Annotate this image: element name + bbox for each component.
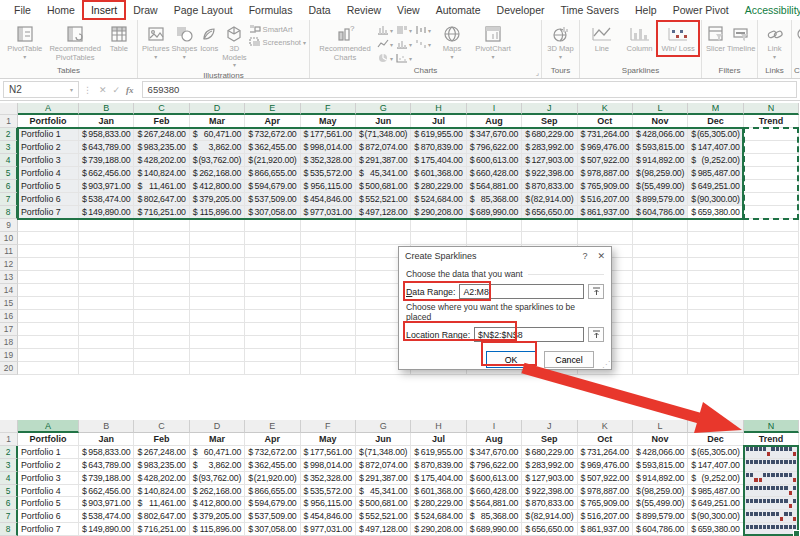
cell[interactable]: $412,800.00 — [190, 180, 245, 193]
cell[interactable]: $600,613.00 — [467, 472, 522, 485]
cell[interactable] — [134, 245, 189, 258]
timeline-button[interactable]: Timeline — [726, 22, 756, 55]
row-header-3[interactable]: 3 — [0, 459, 18, 472]
cell[interactable]: $601,368.00 — [411, 485, 466, 498]
cell[interactable]: $861,937.00 — [578, 523, 633, 536]
recommended-charts-button[interactable]: ? Recommended Charts — [313, 22, 377, 63]
cell[interactable]: $689,990.00 — [467, 206, 522, 219]
tab-home[interactable]: Home — [39, 1, 83, 19]
tab-view[interactable]: View — [389, 1, 428, 19]
pivotchart-button[interactable]: PivotChart▾ — [469, 22, 517, 62]
cell[interactable]: Portfolio 4 — [18, 485, 79, 498]
cell[interactable]: $796,622.00 — [467, 459, 522, 472]
column-header-B[interactable]: B — [79, 420, 134, 433]
recommended-pivottables-button[interactable]: Recommended PivotTables — [47, 22, 104, 63]
cell[interactable]: $362,455.00 — [245, 459, 300, 472]
cell[interactable] — [522, 219, 577, 232]
cell[interactable]: $922,398.00 — [522, 485, 577, 498]
cell[interactable]: $454,846.00 — [301, 193, 356, 206]
sparkline-line-button[interactable]: Line — [583, 22, 621, 55]
name-box[interactable]: N2 ▾ — [3, 81, 79, 98]
cell[interactable] — [356, 232, 411, 245]
screenshot-button[interactable]: Screenshot▾ — [249, 37, 306, 47]
cell[interactable]: $660,428.00 — [467, 485, 522, 498]
column-header-L[interactable]: L — [633, 420, 688, 433]
cell[interactable]: $619,955.00 — [411, 446, 466, 459]
cell[interactable]: $594,679.00 — [245, 180, 300, 193]
cell[interactable] — [79, 349, 134, 362]
cell[interactable]: $649,251.00 — [688, 497, 743, 510]
cell[interactable] — [744, 336, 799, 349]
column-header-M[interactable]: M — [688, 420, 743, 433]
pictures-button[interactable]: Pictures▾ — [141, 22, 170, 62]
cell[interactable]: $379,205.00 — [190, 510, 245, 523]
cell[interactable] — [688, 297, 743, 310]
cell[interactable]: $978,887.00 — [578, 485, 633, 498]
cell[interactable]: $428,066.00 — [633, 446, 688, 459]
cell[interactable] — [744, 245, 799, 258]
cell[interactable] — [134, 336, 189, 349]
cell[interactable]: $177,561.00 — [301, 128, 356, 141]
insert-waterfall-chart-button[interactable]: ▾ — [415, 39, 431, 49]
column-header-J[interactable]: J — [522, 103, 577, 115]
winloss-sparkline-cell[interactable] — [744, 446, 799, 459]
cell[interactable] — [301, 362, 356, 375]
cell[interactable] — [744, 349, 799, 362]
header-cell[interactable]: Jul — [411, 433, 466, 446]
cell[interactable]: $45,341.00 — [356, 167, 411, 180]
cell[interactable]: $956,115.00 — [301, 497, 356, 510]
header-cell[interactable]: Nov — [633, 115, 688, 128]
cell[interactable] — [18, 362, 79, 375]
cell[interactable] — [134, 297, 189, 310]
tab-time-savers[interactable]: Time Savers — [552, 1, 627, 19]
cell[interactable]: $552,521.00 — [356, 510, 411, 523]
insert-hierarchy-chart-button[interactable]: ▾ — [396, 25, 412, 35]
cell[interactable] — [744, 284, 799, 297]
cell[interactable]: $149,890.00 — [79, 523, 134, 536]
cell[interactable]: $594,679.00 — [245, 497, 300, 510]
cell[interactable] — [744, 258, 799, 271]
cell[interactable]: $731,264.00 — [578, 128, 633, 141]
cell[interactable]: Portfolio 6 — [18, 193, 79, 206]
column-header-F[interactable]: F — [301, 420, 356, 433]
cell[interactable]: $732,672.00 — [245, 128, 300, 141]
cell[interactable]: $497,128.00 — [356, 523, 411, 536]
row-header-13[interactable]: 13 — [0, 271, 18, 284]
cell[interactable]: $716,251.00 — [134, 206, 189, 219]
cell[interactable] — [744, 180, 799, 193]
tab-formulas[interactable]: Formulas — [241, 1, 301, 19]
cell[interactable] — [79, 323, 134, 336]
cell[interactable]: $500,681.00 — [356, 497, 411, 510]
cell[interactable]: $643,789.00 — [79, 141, 134, 154]
cell[interactable]: $(98,259.00) — [633, 485, 688, 498]
cell[interactable]: $978,887.00 — [578, 167, 633, 180]
cell[interactable] — [633, 232, 688, 245]
column-header-L[interactable]: L — [633, 103, 688, 115]
cell[interactable]: $765,909.00 — [578, 497, 633, 510]
cell[interactable] — [633, 349, 688, 362]
cell[interactable] — [18, 245, 79, 258]
cell[interactable]: $362,455.00 — [245, 141, 300, 154]
cell[interactable]: $507,922.00 — [578, 472, 633, 485]
cell[interactable]: $428,202.00 — [134, 472, 189, 485]
cell[interactable]: $454,846.00 — [301, 510, 356, 523]
cell[interactable] — [79, 362, 134, 375]
row-header-7[interactable]: 7 — [0, 193, 18, 206]
row-header-8[interactable]: 8 — [0, 523, 18, 536]
tab-draw[interactable]: Draw — [125, 1, 166, 19]
cell[interactable] — [744, 297, 799, 310]
cell[interactable]: $643,789.00 — [79, 459, 134, 472]
cell[interactable]: $870,833.00 — [522, 180, 577, 193]
column-header-G[interactable]: G — [356, 103, 411, 115]
cell[interactable]: $60,471.00 — [190, 446, 245, 459]
cell[interactable]: $267,248.00 — [134, 446, 189, 459]
column-header-G[interactable]: G — [356, 420, 411, 433]
row-header-2[interactable]: 2 — [0, 446, 18, 459]
cell[interactable] — [301, 310, 356, 323]
cell[interactable] — [688, 245, 743, 258]
cell[interactable] — [578, 219, 633, 232]
cell[interactable]: $291,387.00 — [356, 472, 411, 485]
column-header-H[interactable]: H — [411, 103, 466, 115]
header-cell[interactable]: May — [301, 433, 356, 446]
header-cell[interactable]: Sep — [522, 115, 577, 128]
